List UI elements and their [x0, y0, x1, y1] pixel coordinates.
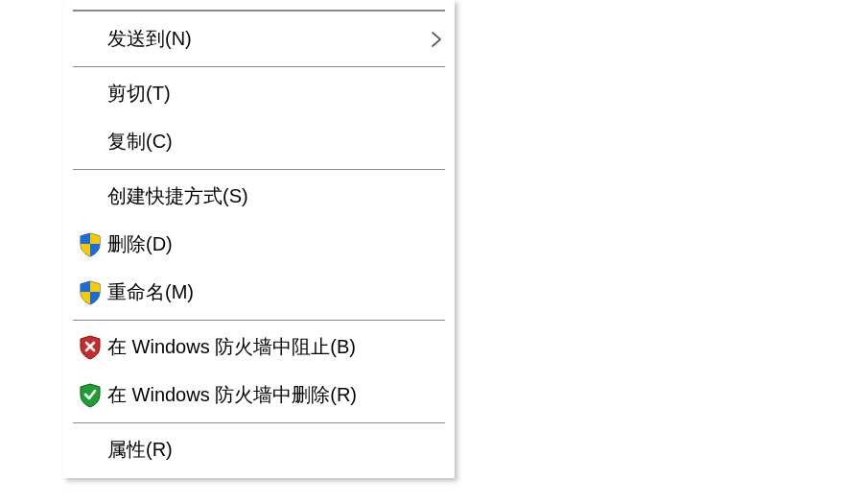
menu-item-cut[interactable]: 剪切(T) — [63, 70, 455, 118]
separator — [73, 10, 445, 12]
icon-spacer — [73, 183, 107, 210]
separator — [73, 320, 445, 321]
context-menu: 发送到(N) 剪切(T) 复制(C) 创建快捷方式(S) 删除 — [63, 0, 455, 478]
menu-item-label: 重命名(M) — [107, 279, 443, 305]
menu-item-properties[interactable]: 属性(R) — [63, 426, 455, 474]
menu-item-label: 复制(C) — [107, 129, 443, 155]
menu-item-rename[interactable]: 重命名(M) — [63, 269, 455, 317]
menu-item-firewall-block[interactable]: 在 Windows 防火墙中阻止(B) — [63, 324, 455, 372]
menu-item-label: 发送到(N) — [107, 26, 424, 52]
icon-spacer — [73, 26, 107, 53]
icon-spacer — [73, 437, 107, 464]
menu-item-send-to[interactable]: 发送到(N) — [63, 15, 455, 63]
menu-item-label: 剪切(T) — [107, 81, 443, 107]
separator — [73, 422, 445, 423]
separator — [73, 66, 445, 67]
separator — [73, 169, 445, 170]
menu-item-label: 删除(D) — [107, 231, 443, 257]
chevron-right-icon — [424, 31, 443, 48]
icon-spacer — [73, 129, 107, 156]
uac-shield-icon — [73, 279, 107, 306]
menu-item-firewall-remove[interactable]: 在 Windows 防火墙中删除(R) — [63, 372, 455, 420]
menu-item-delete[interactable]: 删除(D) — [63, 221, 455, 269]
shield-block-icon — [73, 334, 107, 361]
uac-shield-icon — [73, 231, 107, 258]
menu-item-label: 在 Windows 防火墙中删除(R) — [107, 382, 443, 408]
menu-item-label: 属性(R) — [107, 437, 443, 463]
shield-allow-icon — [73, 382, 107, 409]
menu-item-label: 在 Windows 防火墙中阻止(B) — [107, 334, 443, 360]
menu-item-copy[interactable]: 复制(C) — [63, 118, 455, 166]
menu-item-label: 创建快捷方式(S) — [107, 183, 443, 209]
menu-item-create-shortcut[interactable]: 创建快捷方式(S) — [63, 173, 455, 221]
icon-spacer — [73, 81, 107, 108]
